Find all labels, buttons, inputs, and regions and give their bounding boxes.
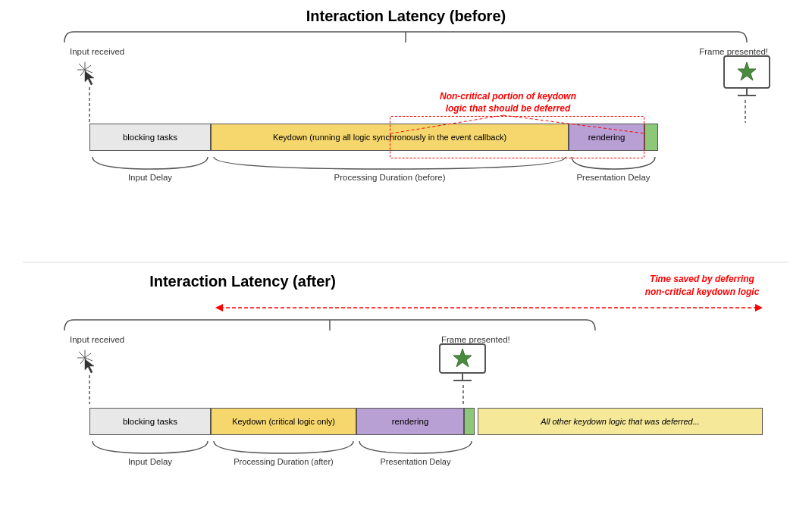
svg-line-5 (85, 65, 91, 70)
svg-line-1 (79, 64, 85, 70)
presentation-delay-brace-top (569, 154, 658, 175)
red-label-text: Non-critical portion of keydown logic th… (440, 91, 576, 114)
deferred-block: All other keydown logic that was deferre… (478, 408, 763, 435)
input-received-label-bottom: Input received (70, 335, 124, 344)
input-delay-label-top: Input Delay (89, 173, 211, 182)
top-diagram: Interaction Latency (before) Input recei… (23, 8, 789, 243)
svg-line-25 (80, 358, 85, 364)
input-starburst-icon (74, 59, 105, 89)
processing-duration-label-bottom: Processing Duration (after) (211, 457, 356, 466)
time-saved-text: Time saved by deferring non-critical key… (645, 274, 760, 297)
processing-duration-brace-top (211, 154, 569, 175)
monitor-icon-bottom (437, 343, 488, 385)
presentation-delay-brace-bottom (356, 438, 475, 459)
green-end-strip-top (644, 124, 658, 151)
divider-line (23, 262, 788, 263)
red-label-top: Non-critical portion of keydown logic th… (394, 91, 622, 114)
presentation-delay-label-top: Presentation Delay (569, 173, 658, 182)
time-saved-arrow (212, 299, 766, 316)
keydown-bottom: Keydown (critical logic only) (211, 408, 356, 435)
input-delay-brace-top (89, 154, 211, 175)
frame-dashed-line-top (745, 100, 746, 123)
dashed-red-box-top (390, 116, 644, 158)
rendering-bottom: rendering (356, 408, 464, 435)
monitor-icon-top (721, 55, 773, 100)
top-title: Interaction Latency (before) (23, 8, 789, 25)
blocking-tasks-bottom: blocking tasks (89, 408, 211, 435)
processing-duration-label-top: Processing Duration (before) (211, 173, 569, 182)
bottom-spanning-brace (57, 317, 603, 334)
svg-marker-29 (85, 359, 94, 373)
svg-line-22 (79, 352, 85, 358)
top-spanning-brace (57, 29, 754, 45)
svg-line-26 (85, 353, 91, 358)
input-received-label: Input received (70, 47, 124, 56)
svg-marker-8 (85, 71, 94, 85)
svg-line-4 (80, 70, 85, 76)
svg-marker-20 (755, 304, 763, 312)
processing-duration-brace-bottom (211, 438, 356, 459)
input-dashed-line-bottom (89, 375, 90, 404)
bottom-title: Interaction Latency (after) (23, 273, 462, 290)
bottom-diagram: Interaction Latency (after) Time saved b… (23, 273, 789, 508)
input-delay-label-bottom: Input Delay (89, 457, 211, 466)
input-delay-brace-bottom (89, 438, 211, 459)
green-end-strip-bottom (464, 408, 475, 435)
frame-dashed-line-bottom (462, 385, 464, 406)
svg-marker-19 (215, 304, 223, 312)
presentation-delay-label-bottom: Presentation Delay (356, 457, 475, 466)
time-saved-label: Time saved by deferring non-critical key… (622, 273, 782, 299)
input-dashed-line (89, 87, 90, 124)
input-starburst-icon-bottom (74, 347, 105, 377)
blocking-tasks-top: blocking tasks (89, 124, 211, 151)
